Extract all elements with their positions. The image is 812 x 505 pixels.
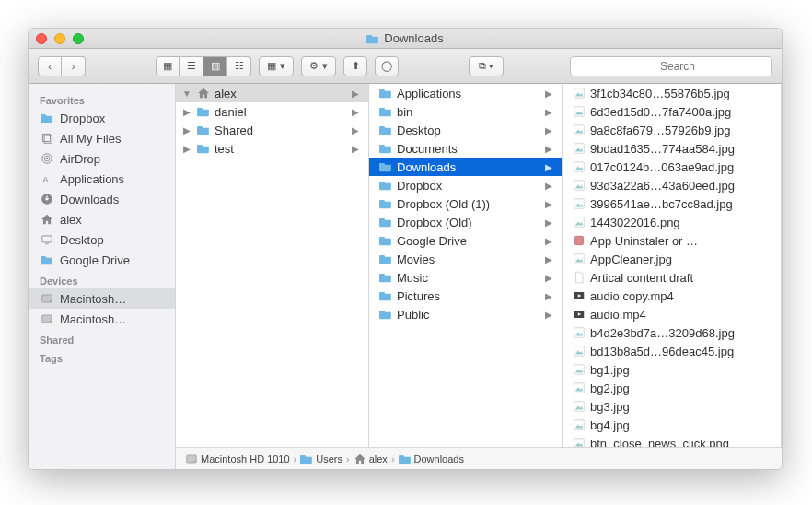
disclosure-icon[interactable]: ▼ — [181, 88, 192, 99]
sidebar-item[interactable]: All My Files — [29, 128, 175, 148]
chevron-right-icon: ▶ — [541, 236, 556, 246]
sidebar-item-label: Google Drive — [60, 253, 130, 267]
sidebar-item-label: All My Files — [60, 132, 121, 146]
list-item[interactable]: Desktop▶ — [369, 121, 562, 139]
list-item[interactable]: ▼alex▶ — [176, 84, 368, 102]
sidebar-item[interactable]: AApplications — [29, 169, 175, 189]
folder-icon — [196, 141, 211, 156]
list-item[interactable]: bg3.jpg — [563, 397, 781, 416]
list-item[interactable]: Documents▶ — [369, 139, 562, 158]
list-item[interactable]: b4d2e3bd7a…3209d68.jpg — [563, 323, 781, 342]
arrange-button[interactable]: ▦ ▾ — [259, 56, 294, 76]
item-label: App Uninstaler or … — [590, 234, 775, 248]
sidebar-item-label: Macintosh… — [60, 312, 126, 326]
list-item[interactable]: 93d3a22a6…43a60eed.jpg — [563, 176, 781, 194]
list-item[interactable]: AppCleaner.jpg — [563, 250, 781, 268]
list-item[interactable]: bg4.jpg — [563, 416, 781, 434]
path-label: alex — [369, 453, 388, 464]
image-icon — [572, 141, 586, 156]
path-item[interactable]: Users — [300, 453, 342, 464]
list-item[interactable]: 9bdad1635…774aa584.jpg — [563, 139, 781, 158]
window-title: Downloads — [29, 31, 782, 45]
folder-icon — [378, 86, 393, 100]
item-label: Dropbox (Old (1)) — [397, 197, 541, 211]
list-item[interactable]: 3996541ae…bc7cc8ad.jpg — [563, 194, 781, 213]
minimize-button[interactable] — [54, 33, 65, 44]
search-input[interactable] — [570, 56, 772, 76]
path-item[interactable]: Downloads — [399, 453, 464, 464]
list-item[interactable]: 1443022016.png — [563, 213, 781, 231]
chevron-right-icon: ▶ — [541, 162, 556, 172]
list-item[interactable]: 3f1cb34c80…55876b5.jpg — [563, 84, 781, 102]
item-label: Dropbox — [397, 179, 541, 193]
disk-icon — [40, 291, 54, 306]
list-item[interactable]: bin▶ — [369, 102, 562, 121]
action-button[interactable]: ⚙ ▾ — [301, 56, 336, 76]
list-item[interactable]: ▶test▶ — [176, 139, 368, 158]
list-item[interactable]: btn_close_news_click.png — [563, 434, 781, 447]
coverflow-view-button[interactable]: ☷ — [227, 56, 251, 76]
disclosure-icon[interactable]: ▶ — [181, 144, 192, 154]
sidebar-item[interactable]: Dropbox — [29, 108, 175, 128]
close-button[interactable] — [36, 33, 47, 44]
item-label: audio.mp4 — [590, 308, 775, 322]
list-item[interactable]: Artical content draft — [563, 268, 781, 287]
list-item[interactable]: bg1.jpg — [563, 360, 781, 379]
column-view-button[interactable]: ▥ — [203, 56, 227, 76]
disclosure-icon[interactable]: ▶ — [181, 107, 192, 117]
home-icon — [196, 86, 211, 100]
list-item[interactable]: 6d3ed15d0…7fa7400a.jpg — [563, 102, 781, 121]
search-field[interactable] — [570, 56, 772, 76]
list-item[interactable]: Pictures▶ — [369, 287, 562, 305]
dropbox-button[interactable]: ⧉ ▾ — [469, 56, 504, 76]
list-item[interactable]: audio.mp4 — [563, 305, 781, 323]
list-item[interactable]: Downloads▶ — [369, 158, 562, 176]
back-button[interactable]: ‹ — [38, 56, 62, 76]
chevron-right-icon: ▶ — [541, 144, 556, 154]
sidebar-item[interactable]: AirDrop — [29, 148, 175, 169]
folder-icon — [378, 196, 393, 211]
list-item[interactable]: bg2.jpg — [563, 379, 781, 397]
list-item[interactable]: audio copy.mp4 — [563, 287, 781, 305]
icon-view-button[interactable]: ▦ — [156, 56, 180, 76]
list-item[interactable]: Applications▶ — [369, 84, 562, 102]
item-label: Downloads — [397, 160, 541, 174]
svg-point-4 — [46, 158, 48, 159]
item-label: Google Drive — [397, 234, 541, 248]
list-item[interactable]: bd13b8a5d…96deac45.jpg — [563, 342, 781, 360]
list-item[interactable]: 9a8c8fa679…57926b9.jpg — [563, 121, 781, 139]
sidebar-item[interactable]: Macintosh… — [29, 288, 175, 309]
folder-icon — [196, 104, 211, 119]
list-item[interactable]: Dropbox (Old (1))▶ — [369, 194, 562, 213]
list-item[interactable]: Music▶ — [369, 268, 562, 287]
list-item[interactable]: Movies▶ — [369, 250, 562, 268]
share-button[interactable]: ⬆ — [343, 56, 367, 76]
sidebar-item[interactable]: Google Drive — [29, 250, 175, 270]
list-item[interactable]: Dropbox (Old)▶ — [369, 213, 562, 231]
list-view-button[interactable]: ☰ — [180, 56, 203, 76]
list-item[interactable]: App Uninstaler or … — [563, 231, 781, 250]
tags-button[interactable]: ◯ — [375, 56, 399, 76]
path-item[interactable]: alex — [354, 452, 388, 465]
item-label: Documents — [397, 142, 541, 156]
list-item[interactable]: Google Drive▶ — [369, 231, 562, 250]
list-item[interactable]: ▶daniel▶ — [176, 102, 368, 121]
toolbar: ‹ › ▦ ☰ ▥ ☷ ▦ ▾ ⚙ ▾ ⬆ ◯ ⧉ ▾ — [29, 49, 782, 84]
item-label: bg2.jpg — [590, 382, 775, 395]
list-item[interactable]: ▶Shared▶ — [176, 121, 368, 139]
sidebar-item[interactable]: alex — [29, 209, 175, 229]
list-item[interactable]: 017c0124b…063ae9ad.jpg — [563, 158, 781, 176]
folder-icon — [196, 123, 211, 137]
forward-button[interactable]: › — [62, 56, 86, 76]
path-item[interactable]: Macintosh HD 1010 — [185, 452, 290, 465]
zoom-button[interactable] — [73, 33, 84, 44]
item-label: Pictures — [397, 289, 541, 303]
list-item[interactable]: Dropbox▶ — [369, 176, 562, 194]
item-label: Music — [397, 271, 541, 285]
sidebar-item[interactable]: Desktop — [29, 229, 175, 250]
sidebar-item[interactable]: Macintosh… — [29, 309, 175, 329]
sidebar-item-label: Macintosh… — [60, 292, 126, 306]
sidebar-item[interactable]: Downloads — [29, 189, 175, 209]
disclosure-icon[interactable]: ▶ — [181, 125, 192, 135]
list-item[interactable]: Public▶ — [369, 305, 562, 323]
